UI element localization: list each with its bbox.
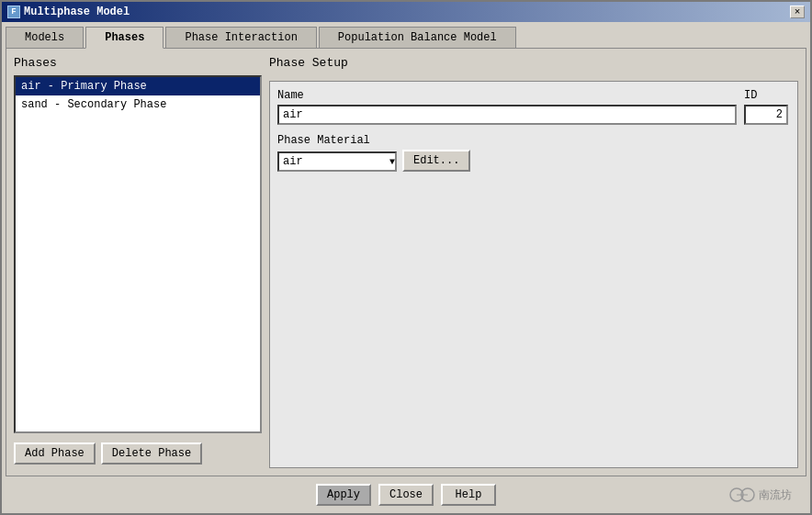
tab-models[interactable]: Models [6,27,84,49]
logo-text: 南流坊 [759,487,792,503]
window-close-button[interactable]: × [790,6,805,18]
app-icon: F [7,6,20,18]
delete-phase-button[interactable]: Delete Phase [101,442,202,465]
tab-content: Phases air - Primary Phase sand - Second… [6,48,806,476]
material-row: air sand ▼ Edit... [277,150,790,172]
edit-button[interactable]: Edit... [402,150,470,172]
add-phase-button[interactable]: Add Phase [14,442,96,465]
tab-bar: Models Phases Phase Interaction Populati… [2,22,810,48]
phases-label: Phases [14,56,262,70]
help-button[interactable]: Help [441,484,496,506]
footer: Apply Close Help 南流坊 [2,476,810,513]
phase-item-air[interactable]: air - Primary Phase [16,77,260,95]
id-group: ID [744,89,790,125]
left-panel: Phases air - Primary Phase sand - Second… [14,56,262,468]
phase-list[interactable]: air - Primary Phase sand - Secondary Pha… [14,75,262,433]
tab-phase-interaction[interactable]: Phase Interaction [165,27,316,49]
material-select[interactable]: air sand [277,151,397,172]
window-title: Multiphase Model [24,6,130,18]
name-input[interactable] [277,105,737,125]
close-button[interactable]: Close [378,484,434,506]
material-select-wrapper: air sand ▼ [277,151,397,172]
title-bar: F Multiphase Model × [2,2,810,22]
main-content: Phases air - Primary Phase sand - Second… [6,49,806,476]
phase-setup-label: Phase Setup [269,56,798,73]
name-label: Name [277,89,737,102]
phase-action-buttons: Add Phase Delete Phase [14,439,262,468]
id-input[interactable] [744,105,788,125]
tab-population-balance[interactable]: Population Balance Model [319,27,516,49]
main-window: F Multiphase Model × Models Phases Phase… [0,0,812,515]
id-label: ID [744,89,790,102]
material-group: Phase Material air sand ▼ Edit... [277,134,790,181]
name-group: Name [277,89,737,125]
name-id-row: Name ID [277,89,790,125]
footer-logo: 南流坊 [729,486,792,504]
phase-item-sand[interactable]: sand - Secondary Phase [16,95,260,114]
apply-button[interactable]: Apply [316,484,371,506]
tab-phases[interactable]: Phases [85,27,164,49]
right-panel: Phase Setup Name ID [269,56,798,468]
material-label: Phase Material [277,134,790,147]
setup-box: Name ID Phase Material [269,81,798,468]
logo-icon [729,486,755,504]
